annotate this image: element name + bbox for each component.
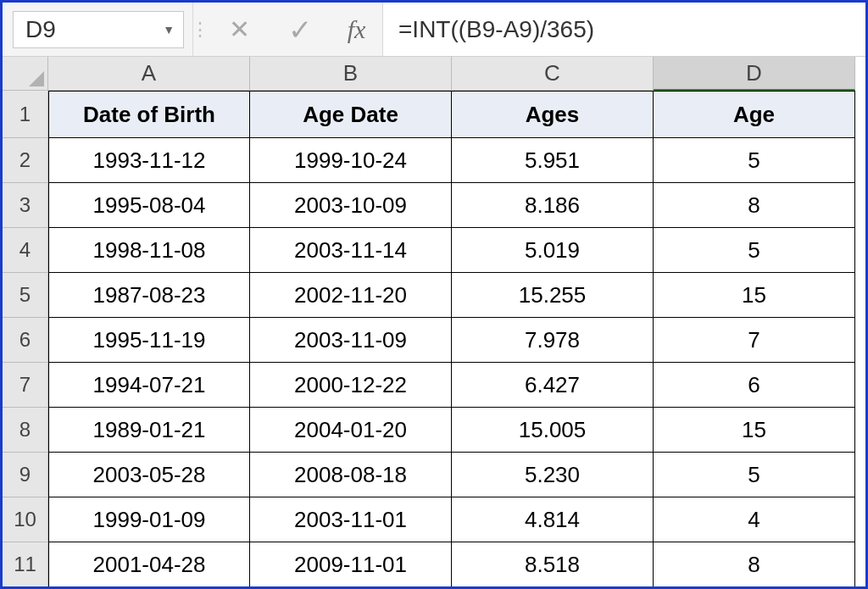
- cell[interactable]: 2004-01-20: [250, 408, 452, 453]
- select-all-corner[interactable]: [3, 57, 48, 91]
- cell[interactable]: 2003-10-09: [250, 183, 452, 228]
- cell[interactable]: 1999-01-09: [48, 497, 250, 542]
- name-box-container: D9 ▼: [3, 3, 193, 56]
- column-header-b[interactable]: B: [250, 57, 452, 91]
- formula-bar: D9 ▼ ⋮ ✕ ✓ fx =INT((B9-A9)/365): [3, 3, 865, 57]
- cell[interactable]: 2008-08-18: [250, 453, 452, 497]
- name-box[interactable]: D9 ▼: [13, 11, 184, 48]
- cell[interactable]: 4: [654, 497, 855, 542]
- cell[interactable]: 1999-10-24: [250, 138, 452, 183]
- cell[interactable]: 15: [654, 408, 855, 453]
- cell[interactable]: 5: [654, 228, 855, 273]
- cell[interactable]: 15.005: [452, 408, 654, 453]
- cell[interactable]: 1998-11-08: [48, 228, 250, 273]
- cell[interactable]: 5: [654, 453, 855, 497]
- formula-text: =INT((B9-A9)/365): [398, 16, 594, 43]
- column-header-d[interactable]: D: [654, 57, 855, 91]
- cell[interactable]: 4.814: [452, 497, 654, 542]
- cell[interactable]: 15.255: [452, 273, 654, 318]
- table-header[interactable]: Date of Birth: [48, 91, 250, 138]
- table-header[interactable]: Age Date: [250, 91, 452, 138]
- row-header-4[interactable]: 4: [3, 228, 48, 273]
- separator-dots-icon: ⋮: [193, 3, 209, 56]
- row-header-2[interactable]: 2: [3, 138, 48, 183]
- spreadsheet-grid[interactable]: ABCD1Date of BirthAge DateAgesAge21993-1…: [3, 57, 865, 587]
- cell[interactable]: 6: [654, 363, 855, 408]
- cell[interactable]: 1995-08-04: [48, 183, 250, 228]
- cell[interactable]: 6.427: [452, 363, 654, 408]
- column-header-c[interactable]: C: [452, 57, 654, 91]
- row-header-9[interactable]: 9: [3, 453, 48, 497]
- cell[interactable]: 8: [654, 183, 855, 228]
- row-header-1[interactable]: 1: [3, 91, 48, 138]
- cell[interactable]: 1993-11-12: [48, 138, 250, 183]
- cell[interactable]: 1995-11-19: [48, 318, 250, 363]
- x-icon: ✕: [229, 14, 250, 44]
- cell[interactable]: 15: [654, 273, 855, 318]
- cell[interactable]: 5.951: [452, 138, 654, 183]
- formula-input[interactable]: =INT((B9-A9)/365): [383, 3, 865, 56]
- fx-icon: fx: [348, 15, 366, 44]
- cell[interactable]: 7.978: [452, 318, 654, 363]
- row-header-10[interactable]: 10: [3, 497, 48, 542]
- cell[interactable]: 2003-11-09: [250, 318, 452, 363]
- cell[interactable]: 5.230: [452, 453, 654, 497]
- insert-function-button[interactable]: fx: [331, 3, 383, 56]
- cell[interactable]: 1994-07-21: [48, 363, 250, 408]
- row-header-11[interactable]: 11: [3, 542, 48, 587]
- cell[interactable]: 2009-11-01: [250, 542, 452, 587]
- column-header-a[interactable]: A: [48, 57, 250, 91]
- cell[interactable]: 8.518: [452, 542, 654, 587]
- cell[interactable]: 2003-11-01: [250, 497, 452, 542]
- table-header[interactable]: Ages: [452, 91, 654, 138]
- cell[interactable]: 2000-12-22: [250, 363, 452, 408]
- row-header-6[interactable]: 6: [3, 318, 48, 363]
- row-header-3[interactable]: 3: [3, 183, 48, 228]
- cancel-button[interactable]: ✕: [209, 3, 270, 56]
- cell[interactable]: 8.186: [452, 183, 654, 228]
- cell[interactable]: 2002-11-20: [250, 273, 452, 318]
- cell[interactable]: 2003-05-28: [48, 453, 250, 497]
- name-box-value: D9: [25, 16, 56, 43]
- cell[interactable]: 2003-11-14: [250, 228, 452, 273]
- cell[interactable]: 8: [654, 542, 855, 587]
- cell[interactable]: 7: [654, 318, 855, 363]
- table-header[interactable]: Age: [654, 91, 855, 138]
- cell[interactable]: 1987-08-23: [48, 273, 250, 318]
- row-header-5[interactable]: 5: [3, 273, 48, 318]
- row-header-7[interactable]: 7: [3, 363, 48, 408]
- check-icon: ✓: [288, 13, 312, 47]
- cell[interactable]: 5.019: [452, 228, 654, 273]
- cell[interactable]: 1989-01-21: [48, 408, 250, 453]
- dropdown-icon[interactable]: ▼: [163, 23, 175, 36]
- cell[interactable]: 2001-04-28: [48, 542, 250, 587]
- cell[interactable]: 5: [654, 138, 855, 183]
- enter-button[interactable]: ✓: [270, 3, 331, 56]
- row-header-8[interactable]: 8: [3, 408, 48, 453]
